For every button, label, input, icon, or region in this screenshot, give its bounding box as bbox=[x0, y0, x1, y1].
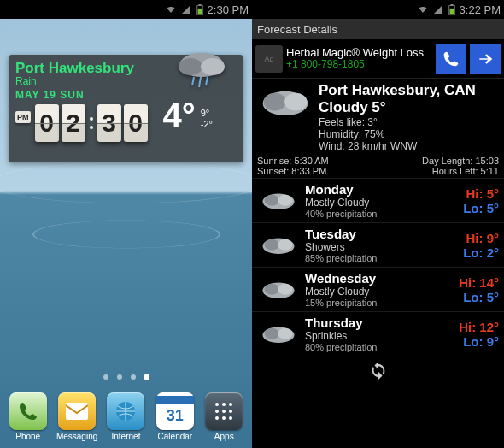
refresh-row bbox=[252, 356, 504, 388]
ad-phone: +1 800-798-1805 bbox=[286, 59, 432, 70]
widget-date: MAY 19 SUN bbox=[15, 89, 237, 101]
day-hi: Hi: 9° bbox=[463, 231, 499, 245]
day-name: Monday bbox=[305, 182, 458, 197]
phone-icon bbox=[442, 50, 460, 68]
globe-icon bbox=[114, 400, 137, 422]
dock-apps[interactable]: Apps bbox=[200, 392, 248, 441]
day-precip: 40% precipitation bbox=[305, 209, 458, 219]
phone-icon bbox=[18, 401, 38, 421]
arrow-right-icon bbox=[477, 50, 494, 68]
hour-digit-2: 2 bbox=[62, 104, 85, 142]
day-condition: Mostly Cloudy bbox=[305, 286, 454, 298]
svg-point-36 bbox=[265, 327, 279, 339]
cloud-icon bbox=[257, 274, 300, 306]
cloud-icon bbox=[257, 82, 314, 123]
ad-thumb-icon: Ad bbox=[255, 45, 283, 73]
cloud-icon bbox=[257, 318, 300, 351]
dock-internet[interactable]: Internet bbox=[102, 392, 149, 441]
flip-clock: PM 0 2 3 0 bbox=[15, 104, 148, 142]
forecast-list: MondayMostly Cloudy40% precipitationHi: … bbox=[252, 178, 504, 356]
day-hi: Hi: 12° bbox=[459, 320, 499, 334]
dock-calendar[interactable]: 31 Calendar bbox=[151, 392, 199, 441]
forecast-day[interactable]: WednesdayMostly Cloudy15% precipitationH… bbox=[252, 267, 504, 311]
wifi-icon bbox=[417, 4, 429, 15]
svg-point-4 bbox=[179, 58, 202, 75]
svg-line-6 bbox=[192, 77, 194, 85]
current-humidity: Humidity: 75% bbox=[319, 128, 499, 140]
widget-hilo: 9° -2° bbox=[201, 108, 213, 130]
cloud-icon bbox=[257, 229, 300, 262]
status-time: 2:30 PM bbox=[208, 3, 249, 16]
forecast-day[interactable]: MondayMostly Cloudy40% precipitationHi: … bbox=[252, 178, 504, 222]
battery-icon bbox=[448, 4, 456, 15]
svg-point-12 bbox=[222, 403, 226, 406]
svg-point-30 bbox=[265, 239, 279, 250]
svg-rect-1 bbox=[198, 4, 201, 6]
svg-line-8 bbox=[206, 77, 208, 85]
dock-label: Calendar bbox=[158, 432, 193, 441]
svg-point-37 bbox=[278, 327, 292, 339]
ad-call-button[interactable] bbox=[436, 44, 466, 74]
day-precip: 80% precipitation bbox=[305, 342, 454, 352]
day-lo: Lo: 5° bbox=[459, 290, 499, 304]
svg-point-16 bbox=[229, 410, 232, 413]
day-length: Day Length: 15:03 bbox=[422, 156, 499, 166]
signal-icon bbox=[432, 4, 444, 15]
svg-point-25 bbox=[284, 93, 307, 111]
widget-lo: -2° bbox=[201, 119, 213, 130]
forecast-day[interactable]: TuesdayShowers85% precipitationHi: 9°Lo:… bbox=[252, 222, 504, 267]
ad-banner[interactable]: Ad Herbal Magic® Weight Loss +1 800-798-… bbox=[252, 39, 504, 79]
day-condition: Sprinkles bbox=[305, 330, 454, 342]
day-lo: Lo: 5° bbox=[463, 201, 499, 215]
svg-rect-22 bbox=[449, 8, 454, 14]
day-hi: Hi: 5° bbox=[463, 186, 499, 201]
screen-title: Forecast Details bbox=[252, 19, 504, 39]
forecast-day[interactable]: ThursdaySprinkles80% precipitationHi: 12… bbox=[252, 311, 504, 356]
hour-digit-1: 0 bbox=[35, 104, 59, 142]
svg-point-14 bbox=[215, 410, 219, 413]
day-name: Wednesday bbox=[305, 271, 454, 286]
weather-clock-widget[interactable]: Port Hawkesbury Rain MAY 19 SUN PM 0 2 3… bbox=[9, 55, 243, 162]
dock-label: Apps bbox=[214, 432, 234, 441]
dock: Phone Messaging Internet 31 Calendar App… bbox=[0, 385, 252, 448]
current-wind: Wind: 28 km/hr WNW bbox=[319, 140, 499, 152]
page-indicator[interactable] bbox=[0, 374, 252, 380]
current-location: Port Hawkesbury, CAN bbox=[319, 82, 499, 99]
cloud-rain-icon bbox=[172, 48, 231, 91]
status-bar: 3:22 PM bbox=[252, 0, 504, 19]
day-lo: Lo: 2° bbox=[463, 245, 499, 260]
wifi-icon bbox=[165, 4, 177, 15]
current-feels: Feels like: 3° bbox=[319, 116, 499, 128]
day-condition: Mostly Cloudy bbox=[305, 197, 458, 209]
dock-messaging[interactable]: Messaging bbox=[53, 392, 101, 441]
clock-colon bbox=[88, 104, 95, 142]
day-precip: 85% precipitation bbox=[305, 253, 458, 263]
day-name: Tuesday bbox=[305, 227, 458, 241]
svg-point-19 bbox=[229, 416, 232, 420]
dock-phone[interactable]: Phone bbox=[4, 392, 52, 441]
svg-point-18 bbox=[222, 416, 226, 420]
svg-point-17 bbox=[215, 416, 219, 420]
ad-title: Herbal Magic® Weight Loss bbox=[286, 47, 432, 59]
signal-icon bbox=[180, 4, 192, 15]
svg-point-33 bbox=[265, 283, 279, 294]
ampm-label: PM bbox=[15, 111, 31, 123]
svg-rect-2 bbox=[197, 8, 202, 14]
sunrise: Sunrise: 5:30 AM bbox=[257, 156, 329, 166]
ad-go-button[interactable] bbox=[470, 44, 501, 74]
apps-grid-icon bbox=[213, 400, 235, 422]
svg-line-7 bbox=[199, 77, 201, 87]
battery-icon bbox=[196, 4, 204, 15]
current-conditions: Port Hawkesbury, CAN Cloudy 5° Feels lik… bbox=[252, 79, 504, 154]
sun-info: Sunrise: 5:30 AM Sunset: 8:33 PM Day Len… bbox=[252, 154, 504, 178]
svg-point-5 bbox=[201, 58, 225, 75]
widget-temp: 4° bbox=[163, 97, 196, 135]
day-precip: 15% precipitation bbox=[305, 298, 454, 308]
svg-point-28 bbox=[278, 194, 292, 205]
status-bar: 2:30 PM bbox=[0, 0, 252, 19]
refresh-icon[interactable] bbox=[369, 361, 388, 380]
svg-rect-9 bbox=[66, 403, 88, 420]
min-digit-2: 0 bbox=[124, 104, 148, 142]
status-time: 3:22 PM bbox=[460, 3, 501, 16]
forecast-details-screen: 3:22 PM Forecast Details Ad Herbal Magic… bbox=[252, 0, 504, 448]
